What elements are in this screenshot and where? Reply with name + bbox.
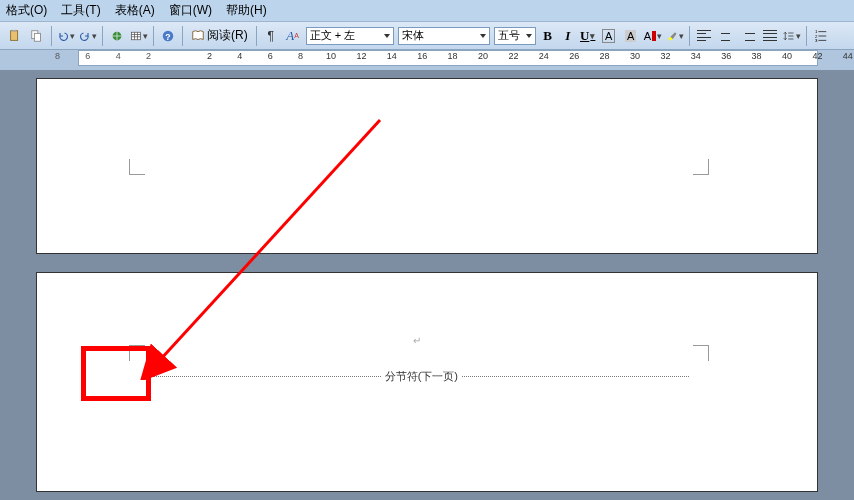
svg-text:3: 3 <box>815 38 818 43</box>
font-color-button[interactable]: A▾ <box>643 26 663 46</box>
page-2[interactable]: ↵ 分节符(下一页) <box>36 272 818 492</box>
ruler-tick: 14 <box>387 51 397 61</box>
ruler-tick: 2 <box>146 51 151 61</box>
align-left-button[interactable] <box>694 26 714 46</box>
ruler-tick: 6 <box>268 51 273 61</box>
menu-tools[interactable]: 工具(T) <box>61 2 100 19</box>
ruler-tick: 26 <box>569 51 579 61</box>
highlight-button[interactable]: ▾ <box>665 26 685 46</box>
ruler-tick: 8 <box>55 51 60 61</box>
ruler-area: 8642246810121416182022242628303234363840… <box>0 50 854 70</box>
italic-button[interactable]: I <box>559 26 577 46</box>
underline-button[interactable]: U▾ <box>579 26 597 46</box>
ruler-tick: 40 <box>782 51 792 61</box>
margin-corner-icon <box>129 159 145 175</box>
svg-text:?: ? <box>165 31 170 41</box>
document-workspace: ↵ 分节符(下一页) <box>0 70 854 500</box>
svg-rect-3 <box>34 33 40 41</box>
redo-icon[interactable]: ▾ <box>78 26 98 46</box>
svg-rect-1 <box>12 29 16 31</box>
menu-bar: 格式(O) 工具(T) 表格(A) 窗口(W) 帮助(H) <box>0 0 854 22</box>
ruler-tick: 36 <box>721 51 731 61</box>
separator <box>806 26 807 46</box>
ruler-tick: 16 <box>417 51 427 61</box>
ruler-tick: 44 <box>843 51 853 61</box>
ruler-tick: 24 <box>539 51 549 61</box>
separator <box>51 26 52 46</box>
style-select[interactable]: 正文 + 左 <box>306 27 394 45</box>
ruler-tick: 6 <box>85 51 90 61</box>
section-break-label: 分节符(下一页) <box>381 369 462 384</box>
separator <box>153 26 154 46</box>
separator <box>102 26 103 46</box>
svg-rect-5 <box>132 32 141 40</box>
read-button[interactable]: 阅读(R) <box>186 26 253 46</box>
line-spacing-button[interactable]: ▾ <box>782 26 802 46</box>
ruler-tick: 34 <box>691 51 701 61</box>
toolbar: ▾ ▾ ▾ ? 阅读(R) ¶ AA 正文 + 左 宋体 五号 B I U▾ A… <box>0 22 854 50</box>
menu-help[interactable]: 帮助(H) <box>226 2 267 19</box>
ruler-tick: 28 <box>600 51 610 61</box>
table-icon[interactable]: ▾ <box>129 26 149 46</box>
para-mark-icon[interactable]: ¶ <box>261 26 281 46</box>
style-a-icon[interactable]: AA <box>283 26 303 46</box>
ruler-tick: 38 <box>752 51 762 61</box>
style-value: 正文 + 左 <box>310 28 356 43</box>
ruler-tick: 4 <box>237 51 242 61</box>
ruler-tick: 18 <box>448 51 458 61</box>
separator <box>182 26 183 46</box>
hyperlink-icon[interactable] <box>107 26 127 46</box>
margin-corner-icon <box>693 159 709 175</box>
font-select[interactable]: 宋体 <box>398 27 490 45</box>
ruler-tick: 4 <box>116 51 121 61</box>
paragraph-mark-icon: ↵ <box>413 335 421 346</box>
paste-icon[interactable] <box>5 26 25 46</box>
copy-icon[interactable] <box>27 26 47 46</box>
menu-table[interactable]: 表格(A) <box>115 2 155 19</box>
read-label: 阅读(R) <box>207 27 248 44</box>
break-dots <box>153 376 380 377</box>
ruler-tick: 2 <box>207 51 212 61</box>
align-justify-button[interactable] <box>760 26 780 46</box>
ruler-tick: 22 <box>508 51 518 61</box>
page-1[interactable] <box>36 78 818 254</box>
menu-format[interactable]: 格式(O) <box>6 2 47 19</box>
ruler-tick: 8 <box>298 51 303 61</box>
separator <box>689 26 690 46</box>
size-value: 五号 <box>498 28 520 43</box>
ruler-tick: 42 <box>812 51 822 61</box>
ruler-tick: 10 <box>326 51 336 61</box>
menu-window[interactable]: 窗口(W) <box>169 2 212 19</box>
ruler-tick: 32 <box>660 51 670 61</box>
ruler-tick: 30 <box>630 51 640 61</box>
book-icon <box>191 29 205 43</box>
annotation-red-box <box>81 346 151 401</box>
margin-corner-icon <box>693 345 709 361</box>
char-shading-button[interactable]: A <box>621 26 641 46</box>
align-right-button[interactable] <box>738 26 758 46</box>
size-select[interactable]: 五号 <box>494 27 536 45</box>
help-icon[interactable]: ? <box>158 26 178 46</box>
bold-button[interactable]: B <box>539 26 557 46</box>
numbered-list-button[interactable]: 123 <box>811 26 831 46</box>
svg-rect-0 <box>11 30 18 40</box>
ruler-tick: 20 <box>478 51 488 61</box>
section-break-line[interactable]: 分节符(下一页) <box>149 369 691 384</box>
font-border-button[interactable]: A <box>599 26 619 46</box>
break-dots <box>462 376 689 377</box>
separator <box>256 26 257 46</box>
horizontal-ruler[interactable]: 8642246810121416182022242628303234363840… <box>78 50 818 66</box>
undo-icon[interactable]: ▾ <box>56 26 76 46</box>
font-value: 宋体 <box>402 28 424 43</box>
ruler-tick: 12 <box>356 51 366 61</box>
align-center-button[interactable] <box>716 26 736 46</box>
